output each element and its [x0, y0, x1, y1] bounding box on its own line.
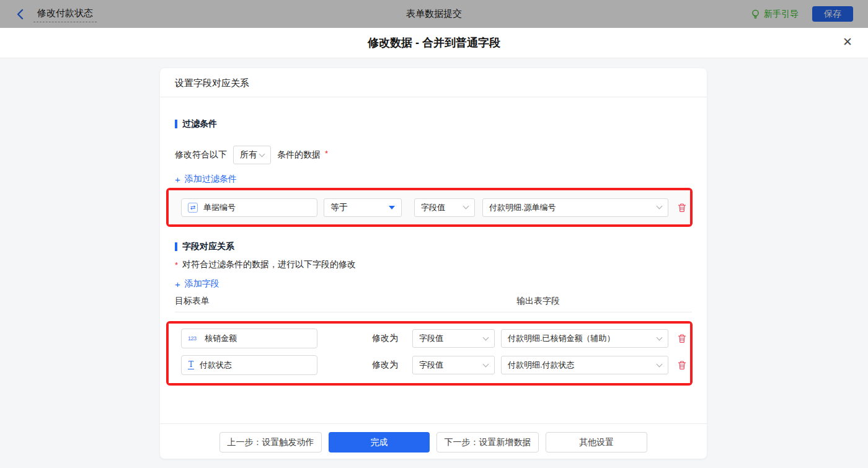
operator-value: 等于: [330, 202, 348, 213]
column-output-field: 输出表字段: [516, 296, 560, 307]
mapping-section-label: 字段对应关系: [182, 241, 234, 252]
mapping-row: T 付款状态 修改为 字段值 付款明细.付款状态: [181, 355, 690, 375]
beginner-guide-label: 新手引导: [764, 9, 799, 20]
match-suffix-label: 条件的数据: [277, 149, 321, 161]
lightbulb-icon: [751, 9, 760, 19]
filter-section-label: 过滤条件: [182, 118, 217, 130]
value-type-value: 字段值: [421, 202, 445, 213]
add-filter-condition-link[interactable]: + 添加过滤条件: [175, 174, 237, 185]
filter-field-selector[interactable]: ⇄ 单据编号: [181, 198, 317, 217]
value-type-select[interactable]: 字段值: [412, 329, 495, 348]
dialog-title: 修改数据 - 合并到普通字段: [368, 35, 500, 50]
chevron-down-icon: [259, 151, 265, 157]
close-icon[interactable]: ✕: [843, 36, 852, 48]
output-field-value: 付款明细.已核销金额（辅助）: [508, 333, 615, 344]
caret-down-icon: [389, 206, 395, 210]
mapping-description: * 对符合过滤条件的数据，进行以下字段的修改: [175, 259, 356, 270]
mapping-rows: 123 核销金额 修改为 字段值 付款明细.已核销金额（辅助）: [169, 324, 690, 383]
column-target-form: 目标表单: [175, 296, 210, 306]
text-field-icon: T: [188, 361, 194, 369]
chevron-down-icon: [657, 203, 663, 210]
serial-number-icon: ⇄: [188, 203, 198, 213]
target-field-selector[interactable]: T 付款状态: [181, 355, 317, 375]
value-type-value: 字段值: [419, 360, 443, 371]
filter-field-name: 单据编号: [203, 202, 236, 213]
add-field-label: 添加字段: [185, 278, 219, 289]
add-field-link[interactable]: + 添加字段: [175, 278, 219, 289]
match-prefix-label: 修改符合以下: [175, 149, 227, 161]
number-field-icon: 123: [188, 335, 199, 342]
mapping-row: 123 核销金额 修改为 字段值 付款明细.已核销金额（辅助）: [181, 329, 690, 348]
other-settings-button[interactable]: 其他设置: [546, 432, 647, 453]
output-field-select[interactable]: 付款明细.付款状态: [501, 356, 668, 374]
filter-condition-item: ⇄ 单据编号 等于 字段值 付款明细.源单编号: [169, 190, 690, 224]
mapping-table-header: 目标表单 输出表字段: [175, 296, 692, 312]
output-field-select[interactable]: 付款明细.已核销金额（辅助）: [501, 329, 668, 348]
target-field-name: 付款状态: [200, 360, 232, 371]
field-mapping-card: 设置字段对应关系 过滤条件 修改符合以下 所有 条件的数据 * + 添加过滤条件…: [160, 68, 707, 459]
add-filter-condition-label: 添加过滤条件: [185, 174, 237, 185]
filter-value: 付款明细.源单编号: [489, 202, 556, 213]
plus-icon: +: [175, 279, 180, 289]
save-button[interactable]: 保存: [812, 6, 853, 22]
match-condition-row: 修改符合以下 所有 条件的数据 *: [175, 146, 328, 164]
annotation-box-filter: ⇄ 单据编号 等于 字段值 付款明细.源单编号: [166, 188, 693, 227]
required-asterisk: *: [175, 260, 178, 270]
prev-step-button[interactable]: 上一步：设置触发动作: [219, 432, 322, 453]
target-field-name: 核销金额: [205, 333, 237, 344]
topbar-center-title: 表单数据提交: [0, 8, 868, 20]
modify-to-label: 修改为: [372, 360, 398, 371]
value-type-select[interactable]: 字段值: [414, 198, 475, 217]
dialog-header: 修改数据 - 合并到普通字段 ✕: [0, 28, 868, 58]
plus-icon: +: [175, 174, 180, 185]
mapping-description-text: 对符合过滤条件的数据，进行以下字段的修改: [182, 259, 356, 270]
value-type-value: 字段值: [419, 333, 443, 344]
filter-value-select[interactable]: 付款明细.源单编号: [482, 198, 668, 217]
output-field-value: 付款明细.付款状态: [508, 360, 575, 371]
section-marker: [175, 242, 177, 251]
dialog-footer: 上一步：设置触发动作 完成 下一步：设置新增数据 其他设置: [160, 423, 707, 459]
annotation-box-mapping: 123 核销金额 修改为 字段值 付款明细.已核销金额（辅助）: [166, 321, 693, 386]
chevron-down-icon: [483, 361, 489, 367]
operator-select[interactable]: 等于: [324, 198, 402, 217]
filter-section-title: 过滤条件: [175, 118, 217, 130]
done-button[interactable]: 完成: [329, 432, 430, 453]
delete-filter-icon[interactable]: [677, 203, 687, 213]
mapping-section-title: 字段对应关系: [175, 241, 234, 252]
chevron-down-icon: [483, 334, 489, 340]
card-header-title: 设置字段对应关系: [160, 68, 707, 97]
modify-to-label: 修改为: [372, 333, 398, 344]
delete-mapping-icon[interactable]: [677, 333, 687, 343]
section-marker: [175, 120, 177, 128]
match-mode-value: 所有: [240, 149, 257, 161]
required-asterisk: *: [325, 149, 328, 158]
chevron-down-icon: [463, 203, 469, 210]
delete-mapping-icon[interactable]: [677, 360, 687, 370]
next-step-button[interactable]: 下一步：设置新增数据: [436, 432, 539, 453]
chevron-down-icon: [657, 334, 663, 340]
target-field-selector[interactable]: 123 核销金额: [181, 329, 317, 348]
topbar: 修改付款状态 表单数据提交 新手引导 保存: [0, 0, 868, 28]
chevron-down-icon: [657, 361, 663, 367]
match-mode-select[interactable]: 所有: [233, 146, 271, 164]
value-type-select[interactable]: 字段值: [412, 356, 495, 374]
beginner-guide-link[interactable]: 新手引导: [751, 9, 799, 20]
